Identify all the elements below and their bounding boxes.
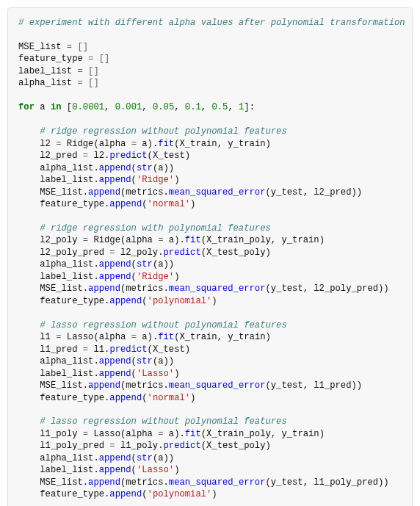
op-eq: = [] (72, 66, 99, 76)
paren: ) (211, 296, 217, 306)
comma: , (228, 102, 239, 112)
method-append: append (88, 283, 120, 294)
paren: ( (131, 163, 137, 173)
paren: ( (142, 199, 147, 209)
args: (X_train, y_train) (174, 139, 271, 149)
str-poly: 'polynomial' (148, 489, 212, 499)
num: 0.1 (185, 102, 201, 112)
paren: ( (131, 356, 137, 366)
args: (y_test, l2_pred)) (265, 187, 362, 198)
method-append: append (99, 259, 131, 270)
op: = (56, 332, 67, 342)
obj: label_list. (40, 465, 98, 475)
op-eq: = [] (72, 78, 99, 88)
comma: , (174, 102, 185, 112)
op: = (56, 139, 67, 149)
arg: a). (142, 332, 158, 342)
method-append: append (109, 393, 142, 403)
bracket-open: [ (62, 102, 73, 112)
var: l1_poly_pred (40, 441, 109, 451)
arg: a). (142, 139, 158, 149)
paren: ) (174, 369, 179, 379)
op: = (109, 441, 120, 451)
args: (X_test_poly) (201, 247, 271, 258)
op: = (83, 151, 94, 161)
op: = (131, 332, 142, 342)
bracket-close: ]: (244, 102, 255, 112)
obj: MSE_list. (40, 477, 88, 488)
paren: ) (211, 489, 217, 499)
method-append: append (99, 465, 131, 475)
var-a: a (35, 102, 51, 112)
method-fit: fit (158, 139, 174, 149)
method-append: append (99, 369, 131, 379)
comment-sec3: # lasso regression without polynomial fe… (40, 320, 286, 330)
comment-sec1: # ridge regression without polynomial fe… (40, 126, 286, 137)
call: Lasso(alpha (93, 429, 158, 439)
comment-sec4: # lasso regression without polynomial fe… (40, 416, 286, 427)
method-predict: predict (164, 247, 201, 258)
var: l1 (40, 332, 56, 342)
fn-mse: mean_squared_error (169, 187, 266, 198)
obj: l1_poly. (120, 441, 164, 451)
args: (X_test) (148, 344, 191, 355)
method-append: append (99, 453, 131, 463)
obj: MSE_list. (40, 380, 88, 391)
method-append: append (88, 187, 120, 198)
op-eq: = [] (62, 42, 89, 52)
args: (X_train_poly, y_train) (201, 235, 325, 245)
metrics: (metrics. (120, 187, 169, 198)
args: (a)) (153, 259, 174, 270)
fn-mse: mean_squared_error (169, 283, 266, 294)
obj: alpha_list. (40, 356, 98, 366)
op: = (109, 247, 120, 258)
var: l2_pred (40, 151, 83, 161)
kw-in: in (51, 102, 62, 112)
method-fit: fit (158, 332, 174, 342)
var-lab: label_list (18, 66, 72, 76)
fn-str: str (137, 356, 153, 366)
comment-top: # experiment with different alpha values… (18, 18, 405, 28)
paren: ( (131, 453, 137, 463)
obj: alpha_list. (40, 453, 98, 463)
fn-mse: mean_squared_error (169, 380, 266, 391)
obj: label_list. (40, 272, 98, 282)
method-append: append (88, 477, 120, 488)
str-normal: 'normal' (148, 199, 191, 209)
paren: ( (142, 489, 147, 499)
op: = (83, 344, 94, 355)
method-append: append (109, 489, 142, 499)
op: = (158, 429, 169, 439)
paren: ( (142, 393, 147, 403)
paren: ) (174, 272, 179, 282)
method-predict: predict (109, 151, 147, 161)
fn-mse: mean_squared_error (169, 477, 266, 488)
method-append: append (99, 356, 131, 366)
num: 0.5 (211, 102, 228, 112)
call: Lasso(alpha (67, 332, 131, 342)
paren: ( (131, 465, 137, 475)
obj: feature_type. (40, 296, 109, 306)
args: (X_test_poly) (201, 441, 271, 451)
method-append: append (99, 163, 131, 173)
var: l1_poly (40, 429, 83, 439)
str-ridge: 'Ridge' (137, 272, 174, 282)
num: 0.001 (115, 102, 142, 112)
var: l2 (40, 139, 56, 149)
obj: l2_poly. (120, 247, 164, 258)
paren: ) (174, 465, 179, 475)
op: = (131, 139, 142, 149)
num: 0.0001 (72, 102, 104, 112)
var-alp: alpha_list (18, 78, 72, 88)
method-append: append (88, 380, 120, 391)
op: = (158, 235, 169, 245)
comma: , (201, 102, 212, 112)
metrics: (metrics. (120, 477, 169, 488)
call: Ridge(alpha (67, 139, 131, 149)
obj: feature_type. (40, 199, 109, 209)
obj: MSE_list. (40, 283, 88, 294)
paren: ( (131, 175, 137, 185)
method-fit: fit (185, 429, 201, 439)
str-normal: 'normal' (148, 393, 191, 403)
obj: alpha_list. (40, 259, 98, 270)
